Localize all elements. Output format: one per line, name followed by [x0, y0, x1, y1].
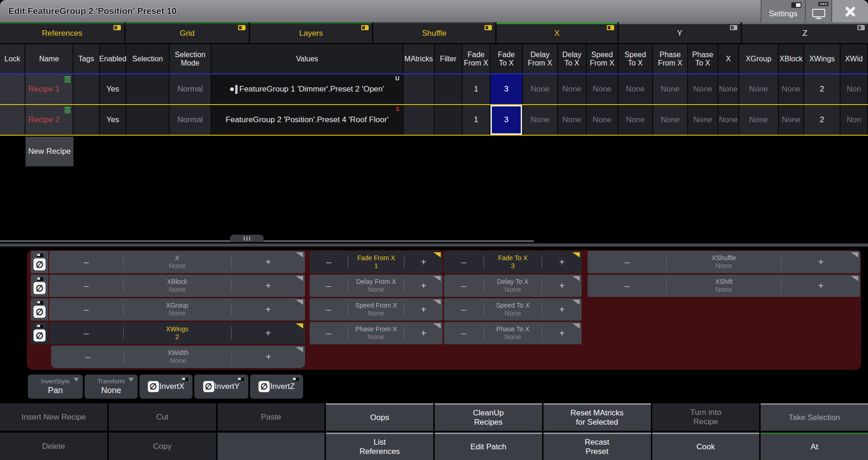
- cell-matricks[interactable]: [404, 105, 435, 135]
- decrement-button[interactable]: –: [49, 328, 123, 339]
- invertx-button[interactable]: ∅InvertX: [139, 375, 192, 399]
- cut-button[interactable]: Cut: [109, 403, 216, 431]
- stepper-value-field[interactable]: XWings2: [124, 325, 231, 342]
- column-header-values[interactable]: Values: [212, 44, 404, 73]
- column-header-tags[interactable]: Tags: [73, 44, 100, 73]
- column-header-fade-to-x[interactable]: Fade To X: [490, 44, 523, 73]
- column-header-selection[interactable]: Selection: [126, 44, 170, 73]
- column-header-delay-to-x[interactable]: Delay To X: [558, 44, 587, 73]
- cell-enabled[interactable]: Yes: [100, 74, 126, 104]
- column-header-selection-mode[interactable]: Selection Mode: [170, 44, 212, 73]
- reset-matricks-for-selected-button[interactable]: Reset MAtricks for Selected: [543, 403, 651, 431]
- stepper-value-field[interactable]: Delay From XNone: [348, 278, 404, 294]
- column-header-name[interactable]: Name: [26, 44, 73, 73]
- list-references-button[interactable]: List References: [326, 433, 433, 460]
- oops-button[interactable]: Oops: [326, 403, 433, 431]
- increment-button[interactable]: +: [542, 281, 582, 291]
- tab-grid[interactable]: Grid: [126, 22, 250, 43]
- cell-x[interactable]: None: [718, 74, 739, 104]
- tab-layers[interactable]: Layers: [250, 22, 373, 43]
- cell-lock[interactable]: [0, 74, 26, 104]
- cell-speed-from-x[interactable]: None: [587, 105, 618, 135]
- cell-tags[interactable]: [73, 105, 100, 135]
- at-button[interactable]: At: [761, 433, 868, 460]
- stepper-value-field[interactable]: Delay To XNone: [484, 278, 542, 294]
- horizontal-scrollbar-thumb[interactable]: [0, 240, 534, 242]
- invert-toggle-button[interactable]: ∅: [33, 258, 46, 270]
- cell-filter[interactable]: [435, 105, 463, 135]
- cell-xwid[interactable]: Non: [841, 74, 868, 104]
- stepper-value-field[interactable]: XNone: [124, 254, 231, 270]
- column-header-speed-to-x[interactable]: Speed To X: [618, 44, 653, 73]
- increment-button[interactable]: +: [232, 352, 305, 362]
- cell-enabled[interactable]: Yes: [100, 105, 126, 135]
- column-header-enabled[interactable]: Enabled: [100, 44, 126, 73]
- increment-button[interactable]: +: [782, 281, 860, 291]
- cell-name[interactable]: Recipe 2: [26, 105, 73, 135]
- stepper-value-field[interactable]: Phase From XNone: [348, 325, 404, 342]
- cell-values[interactable]: FeatureGroup 1 'Dimmer'.Preset 2 'Open'U: [212, 74, 404, 104]
- cell-xwid[interactable]: Non: [841, 105, 868, 135]
- decrement-button[interactable]: –: [310, 304, 348, 315]
- stepper-value-field[interactable]: XGroupNone: [124, 302, 231, 318]
- cell-xwings[interactable]: 2: [804, 105, 841, 135]
- decrement-button[interactable]: –: [49, 304, 123, 315]
- increment-button[interactable]: +: [232, 328, 305, 339]
- tab-shuffle[interactable]: Shuffle: [373, 22, 497, 43]
- copy-button[interactable]: Copy: [109, 433, 216, 460]
- insert-new-recipe-button[interactable]: Insert New Recipe: [0, 403, 107, 431]
- cell-delay-to-x[interactable]: None: [558, 105, 587, 135]
- edit-patch-button[interactable]: Edit Patch: [435, 433, 542, 460]
- invert-toggle-button[interactable]: ∅: [33, 329, 46, 342]
- column-header-matricks[interactable]: MAtricks: [404, 44, 435, 73]
- decrement-button[interactable]: –: [444, 257, 484, 268]
- column-header-xwings[interactable]: XWings: [804, 44, 841, 73]
- cell-fade-to-x[interactable]: 3: [490, 74, 523, 104]
- increment-button[interactable]: +: [404, 328, 443, 339]
- recast-preset-button[interactable]: Recast Preset: [543, 433, 651, 460]
- close-button[interactable]: [831, 0, 868, 22]
- invertz-button[interactable]: ∅InvertZ: [250, 375, 303, 399]
- column-header-speed-from-x[interactable]: Speed From X: [587, 44, 618, 73]
- invertstyle-dropdown[interactable]: InvertStylePan: [28, 375, 83, 399]
- cell-values[interactable]: FeatureGroup 2 'Position'.Preset 4 'Roof…: [212, 105, 404, 135]
- new-recipe-button[interactable]: New Recipe: [26, 137, 73, 166]
- column-header-phase-to-x[interactable]: Phase To X: [688, 44, 718, 73]
- stepper-value-field[interactable]: Phase To XNone: [484, 325, 542, 342]
- cleanup-recipes-button[interactable]: CleanUp Recipes: [435, 403, 542, 431]
- cell-phase-to-x[interactable]: None: [688, 105, 718, 135]
- stepper-value-field[interactable]: XShiftNone: [667, 278, 781, 294]
- decrement-button[interactable]: –: [310, 257, 348, 268]
- increment-button[interactable]: +: [782, 257, 860, 268]
- cell-fade-from-x[interactable]: 1: [463, 74, 490, 104]
- tab-references[interactable]: References: [0, 22, 126, 43]
- delete-button[interactable]: Delete: [0, 433, 107, 460]
- stepper-value-field[interactable]: XShuffleNone: [667, 254, 781, 270]
- decrement-button[interactable]: –: [49, 257, 123, 268]
- column-header-x[interactable]: X: [718, 44, 739, 73]
- decrement-button[interactable]: –: [444, 281, 484, 291]
- cell-selection[interactable]: [126, 74, 170, 104]
- increment-button[interactable]: +: [404, 281, 443, 291]
- cell-phase-to-x[interactable]: None: [688, 74, 718, 104]
- cell-speed-to-x[interactable]: None: [618, 105, 653, 135]
- column-header-xblock[interactable]: XBlock: [779, 44, 804, 73]
- cell-xgroup[interactable]: None: [739, 105, 779, 135]
- tab-z[interactable]: Z: [742, 22, 868, 43]
- settings-button[interactable]: Settings: [761, 0, 805, 22]
- cell-xblock[interactable]: None: [779, 105, 804, 135]
- cell-name[interactable]: Recipe 1: [26, 74, 73, 104]
- decrement-button[interactable]: –: [588, 257, 666, 268]
- invert-toggle-button[interactable]: ∅: [33, 306, 46, 318]
- tab-x[interactable]: X: [497, 22, 619, 43]
- stepper-value-field[interactable]: Fade From X1: [348, 254, 404, 270]
- increment-button[interactable]: +: [232, 257, 305, 268]
- decrement-button[interactable]: –: [588, 281, 666, 291]
- tab-y[interactable]: Y: [619, 22, 742, 43]
- cell-selection-mode[interactable]: Normal: [170, 105, 212, 135]
- cell-delay-from-x[interactable]: None: [523, 74, 558, 104]
- inverty-button[interactable]: ∅InvertY: [194, 375, 248, 399]
- stepper-value-field[interactable]: Fade To X3: [484, 254, 542, 270]
- column-header-lock[interactable]: Lock: [0, 44, 26, 73]
- decrement-button[interactable]: –: [49, 281, 123, 291]
